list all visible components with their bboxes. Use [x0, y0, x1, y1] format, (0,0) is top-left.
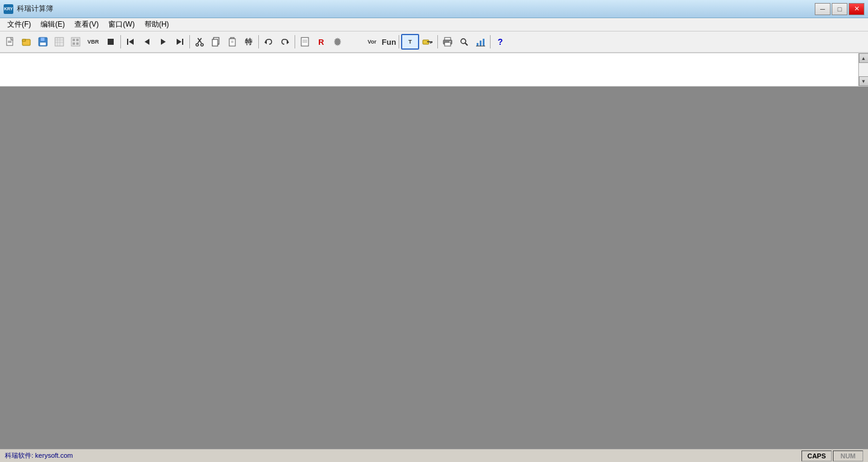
toolbar-special[interactable]: 特 — [241, 34, 256, 50]
menu-view[interactable]: 查看(V) — [70, 18, 103, 31]
svg-rect-30 — [212, 39, 218, 46]
menu-bar: 文件(F) 编辑(E) 查看(V) 窗口(W) 帮助(H) — [0, 18, 868, 31]
toolbar-chart[interactable] — [472, 34, 488, 50]
close-button[interactable]: ✕ — [849, 3, 864, 15]
toolbar-print[interactable] — [440, 34, 455, 50]
vbr-label: VBR — [87, 39, 99, 45]
svg-marker-21 — [145, 39, 149, 45]
svg-rect-14 — [73, 39, 75, 41]
title-bar: KRY 科瑞计算簿 ─ □ ✕ — [0, 0, 868, 18]
toolbar-r[interactable]: R — [313, 34, 329, 50]
r-label: R — [318, 38, 324, 47]
toolbar-dek[interactable]: T — [401, 34, 419, 50]
toolbar-open[interactable] — [19, 34, 34, 50]
caps-indicator: CAPS — [801, 450, 832, 461]
svg-point-28 — [201, 44, 203, 46]
toolbar-first[interactable] — [123, 34, 139, 50]
scroll-down-arrow[interactable]: ▼ — [859, 76, 869, 86]
svg-rect-37 — [301, 38, 308, 46]
toolbar-undo[interactable] — [261, 34, 276, 50]
toolbar-sep6 — [437, 35, 438, 48]
svg-rect-53 — [480, 41, 481, 46]
svg-marker-22 — [161, 39, 166, 45]
toolbar-sep5 — [399, 35, 399, 48]
toolbar-search[interactable] — [456, 34, 472, 50]
toolbar-sep7 — [490, 35, 491, 48]
svg-point-27 — [196, 44, 198, 46]
svg-rect-16 — [73, 42, 75, 45]
toolbar-key[interactable] — [420, 34, 436, 50]
status-text: 科瑞软件: kerysoft.com — [5, 451, 801, 460]
window-controls: ─ □ ✕ — [815, 3, 864, 15]
menu-file[interactable]: 文件(F) — [2, 18, 36, 31]
status-indicators: CAPS NUM — [801, 450, 863, 461]
app-icon-text: KRY — [4, 7, 13, 11]
restore-button[interactable]: □ — [832, 3, 847, 15]
window-title: 科瑞计算簿 — [17, 4, 53, 14]
svg-marker-20 — [129, 39, 134, 45]
menu-window[interactable]: 窗口(W) — [103, 18, 139, 31]
toolbar-btn5[interactable] — [68, 34, 83, 50]
dek-label: T — [408, 39, 412, 45]
toolbar-save[interactable] — [35, 34, 51, 50]
app-icon: KRY — [4, 4, 13, 14]
svg-rect-17 — [76, 42, 79, 45]
special-label: 特 — [245, 37, 252, 47]
toolbar-redo[interactable] — [277, 34, 293, 50]
toolbar-prev[interactable] — [139, 34, 155, 50]
toolbar-last[interactable] — [172, 34, 188, 50]
toolbar-next[interactable] — [155, 34, 171, 50]
main-workspace — [0, 87, 868, 449]
svg-rect-4 — [22, 39, 25, 41]
svg-rect-6 — [41, 38, 45, 41]
minimize-button[interactable]: ─ — [815, 3, 830, 15]
toolbar-sep2 — [189, 35, 190, 48]
menu-edit[interactable]: 编辑(E) — [36, 18, 70, 31]
toolbar-help[interactable]: ? — [492, 34, 508, 50]
toolbar-stop[interactable] — [103, 34, 119, 50]
svg-point-50 — [461, 39, 466, 44]
toolbar-paste[interactable] — [224, 34, 240, 50]
svg-point-49 — [449, 41, 451, 42]
svg-rect-15 — [76, 39, 79, 41]
title-left: KRY 科瑞计算簿 — [4, 4, 53, 14]
toolbar-sep1 — [120, 35, 121, 48]
toolbar-fun[interactable]: Vor — [364, 34, 380, 50]
svg-rect-48 — [445, 42, 451, 46]
toolbar-cut[interactable] — [192, 34, 207, 50]
toolbar: VBR 特 R — [0, 31, 868, 53]
svg-rect-52 — [477, 43, 478, 46]
num-indicator: NUM — [833, 450, 863, 461]
svg-rect-54 — [483, 39, 485, 46]
toolbar-page[interactable] — [297, 34, 313, 50]
svg-marker-24 — [177, 39, 181, 45]
menu-help[interactable]: 帮助(H) — [140, 18, 174, 31]
content-area-top: ▲ ▼ — [0, 53, 868, 87]
status-bar: 科瑞软件: kerysoft.com CAPS NUM — [0, 449, 868, 462]
svg-line-51 — [465, 43, 468, 45]
toolbar-settings[interactable] — [330, 34, 345, 50]
svg-rect-8 — [55, 38, 64, 46]
toolbar-copy[interactable] — [208, 34, 224, 50]
toolbar-t[interactable]: Fun — [381, 34, 397, 50]
toolbar-new[interactable] — [2, 34, 18, 50]
scrollbar-vertical[interactable]: ▲ ▼ — [858, 53, 868, 86]
svg-rect-18 — [108, 39, 114, 45]
fun-label: Vor — [368, 39, 376, 45]
t-label: Fun — [382, 38, 396, 47]
toolbar-sep3 — [258, 35, 259, 48]
toolbar-sep4 — [295, 35, 295, 48]
scroll-up-arrow[interactable]: ▲ — [859, 53, 869, 63]
toolbar-vor[interactable] — [346, 34, 363, 50]
svg-rect-7 — [40, 42, 46, 45]
toolbar-vbr[interactable]: VBR — [84, 34, 102, 50]
toolbar-btn4[interactable] — [51, 34, 67, 50]
help-label: ? — [498, 37, 503, 47]
